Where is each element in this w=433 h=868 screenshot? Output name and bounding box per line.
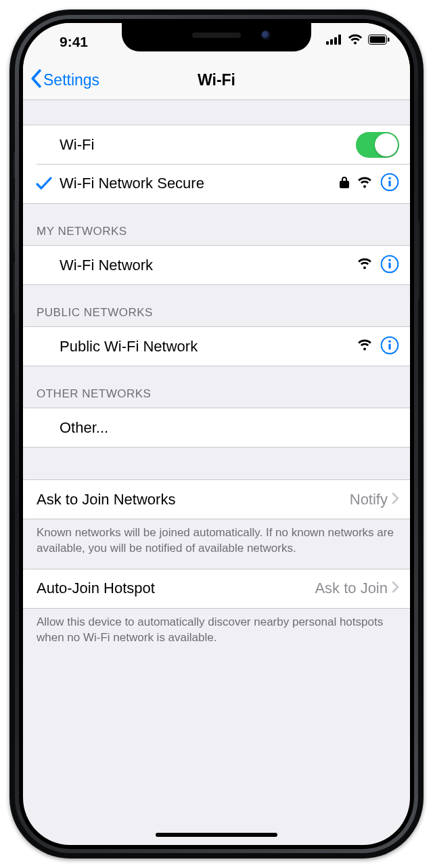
ask-to-join-row[interactable]: Ask to Join Networks Notify <box>23 479 410 519</box>
auto-join-value: Ask to Join <box>315 580 388 597</box>
auto-join-hotspot-row[interactable]: Auto-Join Hotspot Ask to Join <box>23 569 410 608</box>
checkmark-icon <box>32 164 55 203</box>
svg-point-11 <box>363 267 366 269</box>
ask-to-join-label: Ask to Join Networks <box>37 491 350 508</box>
other-label: Other... <box>60 419 399 437</box>
my-network-row[interactable]: Wi-Fi Network <box>23 245 410 284</box>
battery-icon <box>368 35 390 45</box>
nav-bar: Settings Wi-Fi <box>23 61 410 100</box>
other-networks-header: OTHER NETWORKS <box>23 366 410 408</box>
ask-to-join-footer: Known networks will be joined automatica… <box>23 519 410 569</box>
svg-rect-10 <box>388 181 390 187</box>
wifi-toggle-label: Wi-Fi <box>60 136 356 154</box>
wifi-signal-icon <box>357 177 372 191</box>
svg-rect-0 <box>326 41 329 45</box>
svg-rect-6 <box>388 37 390 41</box>
network-name: Wi-Fi Network <box>60 257 357 274</box>
svg-point-13 <box>388 259 391 261</box>
other-network-row[interactable]: Other... <box>23 408 410 447</box>
screen: 9:41 <box>23 23 410 845</box>
svg-rect-2 <box>334 37 337 45</box>
svg-rect-5 <box>370 36 386 43</box>
svg-point-17 <box>388 340 391 343</box>
notch <box>122 23 311 51</box>
lock-icon <box>340 176 349 191</box>
wifi-toggle-row: Wi-Fi <box>23 125 410 164</box>
svg-point-7 <box>363 185 366 188</box>
svg-rect-18 <box>388 343 390 349</box>
earpiece-speaker <box>192 32 241 38</box>
page-title: Wi-Fi <box>198 71 235 89</box>
content: Wi-Fi Wi-Fi Network Secure <box>23 100 410 658</box>
wifi-signal-icon <box>357 339 372 353</box>
connected-network-name: Wi-Fi Network Secure <box>60 175 340 192</box>
info-button[interactable] <box>380 173 399 194</box>
wifi-toggle[interactable] <box>356 132 399 158</box>
cellular-signal-icon <box>326 35 342 45</box>
front-camera <box>261 30 271 40</box>
network-name: Public Wi-Fi Network <box>60 338 357 355</box>
chevron-right-icon <box>392 492 399 507</box>
svg-point-9 <box>388 177 391 179</box>
wifi-signal-icon <box>357 258 372 272</box>
my-networks-header: MY NETWORKS <box>23 203 410 245</box>
chevron-right-icon <box>392 581 399 596</box>
svg-rect-14 <box>388 262 390 268</box>
svg-point-15 <box>363 348 366 351</box>
back-button[interactable]: Settings <box>30 61 99 100</box>
info-button[interactable] <box>380 255 399 276</box>
connected-network-row[interactable]: Wi-Fi Network Secure <box>23 164 410 203</box>
back-label: Settings <box>43 71 99 89</box>
info-button[interactable] <box>380 336 399 357</box>
svg-rect-1 <box>330 39 333 45</box>
svg-rect-3 <box>338 35 341 45</box>
auto-join-label: Auto-Join Hotspot <box>37 580 315 597</box>
chevron-left-icon <box>30 69 42 92</box>
auto-join-footer: Allow this device to automatically disco… <box>23 608 410 658</box>
ask-to-join-value: Notify <box>350 491 388 508</box>
status-time: 9:41 <box>23 34 124 50</box>
phone-frame: 9:41 <box>9 9 424 859</box>
public-network-row[interactable]: Public Wi-Fi Network <box>23 326 410 366</box>
public-networks-header: PUBLIC NETWORKS <box>23 284 410 326</box>
home-indicator[interactable] <box>156 833 277 837</box>
wifi-status-icon <box>348 34 363 45</box>
